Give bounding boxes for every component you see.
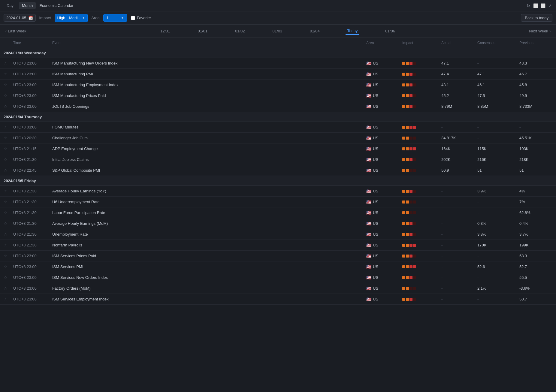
expand-icon[interactable]: ⤢ (548, 3, 552, 8)
table-row[interactable]: ☆UTC+8 23:00ISM Manufacturing New Orders… (0, 58, 556, 69)
event-previous: 45.51K (517, 136, 556, 140)
event-impact (400, 211, 439, 214)
star-icon[interactable]: ☆ (0, 104, 11, 109)
flag-icon: 🇺🇸 (366, 146, 371, 151)
star-icon[interactable]: ☆ (0, 297, 11, 301)
star-icon[interactable]: ☆ (0, 61, 11, 65)
impact-dropdown[interactable]: High、Medi... ▼ (55, 14, 88, 22)
table-row[interactable]: ☆UTC+8 21:15ADP Employment Change🇺🇸US164… (0, 143, 556, 154)
impact-bar (413, 265, 416, 268)
layout1-icon[interactable]: ⬜ (533, 3, 538, 8)
impact-bar (402, 147, 405, 150)
favorite-input[interactable] (131, 16, 135, 20)
star-icon[interactable]: ☆ (0, 136, 11, 140)
star-icon[interactable]: ☆ (0, 147, 11, 151)
event-previous: 4% (517, 189, 556, 193)
table-row[interactable]: ☆UTC+8 21:30Average Hourly Earnings (MoM… (0, 218, 556, 229)
star-icon[interactable]: ☆ (0, 94, 11, 98)
tab-day[interactable]: Day (4, 2, 17, 9)
impact-bar (406, 287, 409, 290)
event-previous: - (517, 125, 556, 129)
prev-week-button[interactable]: ‹ Last Week (4, 28, 28, 35)
layout2-icon[interactable]: ⬜ (540, 3, 545, 8)
week-navigation: ‹ Last Week 12/31 01/01 01/02 01/03 01/0… (0, 25, 556, 38)
impact-bar (406, 62, 409, 65)
impact-bar (402, 222, 405, 225)
event-name: Nonfarm Payrolls (50, 243, 364, 247)
week-date-2[interactable]: 01/02 (233, 28, 247, 35)
table-row[interactable]: ☆UTC+8 23:00ISM Services Prices Paid🇺🇸US… (0, 251, 556, 261)
week-date-1[interactable]: 01/01 (196, 28, 209, 35)
star-icon[interactable]: ☆ (0, 254, 11, 258)
event-name: S&P Global Composite PMI (50, 168, 364, 173)
table-row[interactable]: ☆UTC+8 23:00Factory Orders (MoM)🇺🇸US-2.1… (0, 283, 556, 294)
event-area: 🇺🇸US (364, 136, 400, 140)
area-dropdown[interactable]: 1 ▼ (103, 14, 127, 22)
week-date-3[interactable]: 01/03 (271, 28, 284, 35)
table-row[interactable]: ☆UTC+8 21:30Initial Jobless Claims🇺🇸US20… (0, 154, 556, 165)
impact-bars (402, 73, 437, 76)
impact-bar (409, 265, 412, 268)
favorite-checkbox[interactable]: Favorite (131, 16, 151, 20)
table-row[interactable]: ☆UTC+8 22:45S&P Global Composite PMI🇺🇸US… (0, 165, 556, 176)
refresh-icon[interactable]: ↻ (526, 3, 531, 8)
event-actual: 47.4 (439, 72, 475, 76)
area-code: US (373, 221, 378, 226)
table-row[interactable]: ☆UTC+8 23:00ISM Manufacturing Prices Pai… (0, 90, 556, 101)
impact-dropdown-arrow: ▼ (82, 16, 85, 20)
week-date-today[interactable]: Today (346, 27, 360, 35)
table-row[interactable]: ☆UTC+8 23:00ISM Services Employment Inde… (0, 294, 556, 305)
week-date-6[interactable]: 01/06 (383, 28, 397, 35)
table-row[interactable]: ☆UTC+8 23:00ISM Manufacturing Employment… (0, 80, 556, 90)
event-area: 🇺🇸US (364, 297, 400, 302)
star-icon[interactable]: ☆ (0, 200, 11, 204)
star-icon[interactable]: ☆ (0, 168, 11, 173)
event-name: Factory Orders (MoM) (50, 286, 364, 291)
table-row[interactable]: ☆UTC+8 20:30Challenger Job Cuts🇺🇸US34.81… (0, 133, 556, 143)
event-area: 🇺🇸US (364, 125, 400, 130)
event-actual: 47.1 (439, 61, 475, 65)
event-consensus: 115K (475, 146, 517, 151)
star-icon[interactable]: ☆ (0, 125, 11, 129)
table-row[interactable]: ☆UTC+8 21:30Nonfarm Payrolls🇺🇸US-170K199… (0, 240, 556, 251)
impact-bars (402, 244, 437, 247)
table-row[interactable]: ☆UTC+8 21:30Average Hourly Earnings (YoY… (0, 186, 556, 197)
star-icon[interactable]: ☆ (0, 243, 11, 247)
week-date-4[interactable]: 01/04 (308, 28, 322, 35)
event-previous: 218K (517, 157, 556, 162)
table-row[interactable]: ☆UTC+8 21:30Labor Force Participation Ra… (0, 207, 556, 218)
impact-bar (413, 169, 416, 172)
star-icon[interactable]: ☆ (0, 158, 11, 162)
star-icon[interactable]: ☆ (0, 222, 11, 226)
star-icon[interactable]: ☆ (0, 83, 11, 87)
event-name: JOLTS Job Openings (50, 104, 364, 109)
table-row[interactable]: ☆UTC+8 21:30U6 Underemployment Rate🇺🇸US-… (0, 197, 556, 207)
date-picker[interactable]: 2024-01-05 📅 (4, 14, 36, 22)
next-week-button[interactable]: Next Week › (527, 28, 552, 35)
star-icon[interactable]: ☆ (0, 286, 11, 291)
back-to-today-button[interactable]: Back to today (521, 14, 552, 22)
table-row[interactable]: ☆UTC+8 23:00ISM Manufacturing PMI🇺🇸US47.… (0, 69, 556, 80)
impact-bar (409, 244, 412, 247)
event-previous: 58.3 (517, 254, 556, 258)
star-icon[interactable]: ☆ (0, 265, 11, 269)
table-row[interactable]: ☆UTC+8 03:00FOMC Minutes🇺🇸US--- (0, 122, 556, 133)
flag-icon: 🇺🇸 (366, 189, 371, 194)
event-previous: 45.8 (517, 83, 556, 87)
event-consensus: 51 (475, 168, 517, 173)
star-icon[interactable]: ☆ (0, 211, 11, 215)
table-row[interactable]: ☆UTC+8 23:00JOLTS Job Openings🇺🇸US8.79M8… (0, 101, 556, 112)
star-icon[interactable]: ☆ (0, 189, 11, 193)
table-row[interactable]: ☆UTC+8 23:00ISM Services PMI🇺🇸US-52.652.… (0, 261, 556, 272)
week-date-0[interactable]: 12/31 (159, 28, 172, 35)
star-icon[interactable]: ☆ (0, 232, 11, 237)
event-area: 🇺🇸US (364, 61, 400, 66)
impact-bar (413, 73, 416, 76)
area-label: Area (91, 16, 99, 20)
table-row[interactable]: ☆UTC+8 21:30Unemployment Rate🇺🇸US-3.8%3.… (0, 229, 556, 240)
star-icon[interactable]: ☆ (0, 72, 11, 76)
star-icon[interactable]: ☆ (0, 276, 11, 280)
impact-bar (409, 190, 412, 193)
table-row[interactable]: ☆UTC+8 23:00ISM Services New Orders Inde… (0, 272, 556, 283)
tab-month[interactable]: Month (19, 2, 36, 9)
